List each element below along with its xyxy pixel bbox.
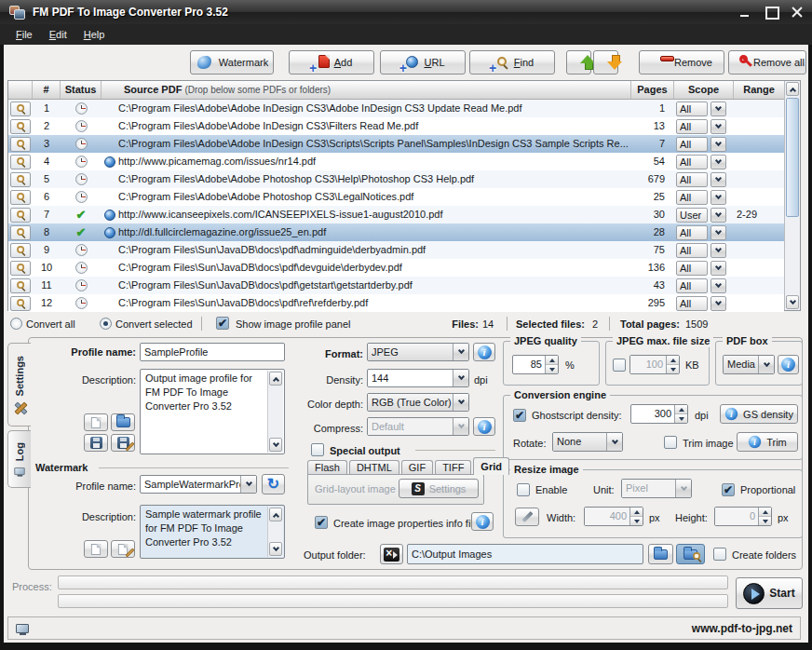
resize-enable-checkbox[interactable] xyxy=(517,483,530,496)
chevron-down-icon[interactable] xyxy=(710,261,726,276)
start-button[interactable]: Start xyxy=(736,577,803,609)
output-folder-explore-button[interactable] xyxy=(380,544,403,564)
row-zoom-button[interactable] xyxy=(10,296,31,311)
menu-help[interactable]: Help xyxy=(75,26,114,43)
tab-tiff[interactable]: TIFF xyxy=(435,460,471,475)
open-output-folder-button[interactable] xyxy=(676,544,705,564)
jpeg-quality-spinner[interactable]: 85 xyxy=(512,355,559,374)
compress-select[interactable]: Default xyxy=(367,417,469,436)
row-zoom-button[interactable] xyxy=(10,208,31,223)
menu-file[interactable]: File xyxy=(7,26,41,43)
textarea-scrollbar[interactable] xyxy=(267,507,283,557)
table-row[interactable]: 7✔http://www.icanseepixels.com/ICANSEEPI… xyxy=(8,206,784,223)
row-zoom-button[interactable] xyxy=(10,278,31,293)
ghostscript-density-checkbox[interactable] xyxy=(513,409,526,422)
up-button[interactable] xyxy=(566,50,591,74)
proportional-checkbox[interactable] xyxy=(722,483,735,496)
scroll-up-icon[interactable] xyxy=(786,82,799,96)
tab-dhtml[interactable]: DHTML xyxy=(349,460,399,475)
tab-log[interactable]: Log xyxy=(7,430,31,488)
row-zoom-button[interactable] xyxy=(10,102,31,116)
profile-new-button[interactable] xyxy=(84,413,108,431)
row-zoom-button[interactable] xyxy=(10,190,31,205)
scope-select[interactable]: All xyxy=(676,261,726,276)
resize-edit-button[interactable] xyxy=(515,508,539,526)
gs-density-button[interactable]: iGS density xyxy=(720,404,798,424)
watermark-desc-textarea[interactable]: Sample watermark profile for FM PDF To I… xyxy=(140,505,285,559)
scope-select[interactable]: All xyxy=(676,296,726,311)
height-spinner[interactable]: 0 xyxy=(714,507,772,526)
scope-select[interactable]: All xyxy=(676,278,726,293)
trim-button[interactable]: iTrim xyxy=(737,432,798,452)
row-zoom-button[interactable] xyxy=(10,137,31,152)
trim-image-checkbox[interactable] xyxy=(664,436,677,449)
scope-select[interactable]: User xyxy=(676,208,726,223)
table-row[interactable]: 10C:\Program Files\Sun\JavaDB\docs\pdf\d… xyxy=(8,259,784,277)
remove-button[interactable]: Remove xyxy=(639,50,724,74)
format-select[interactable]: JPEG xyxy=(367,343,469,361)
row-zoom-button[interactable] xyxy=(10,172,31,187)
table-row[interactable]: 8✔http://dl.fullcirclemagazine.org/issue… xyxy=(8,223,784,241)
watermark-edit-button[interactable] xyxy=(111,540,135,558)
scope-select[interactable]: All xyxy=(676,243,726,258)
table-row[interactable]: 9C:\Program Files\Sun\JavaDB\docs\pdf\ad… xyxy=(8,241,784,259)
compress-info-button[interactable]: i xyxy=(473,417,495,436)
scrollbar-thumb[interactable] xyxy=(786,98,799,217)
scroll-down-icon[interactable] xyxy=(786,295,799,309)
density-select[interactable]: 144 xyxy=(367,369,469,387)
table-row[interactable]: 1C:\Program Files\Adobe\Adobe InDesign C… xyxy=(8,100,784,117)
down-button[interactable] xyxy=(593,50,618,74)
scope-select[interactable]: All xyxy=(676,190,726,205)
grid-settings-button[interactable]: SSettings xyxy=(399,479,479,498)
watermark-profile-select[interactable]: SampleWatermarkProfile xyxy=(140,475,257,494)
pdf-box-select[interactable]: Media xyxy=(723,355,775,374)
chevron-down-icon[interactable] xyxy=(710,172,726,187)
resize-unit-select[interactable]: Pixel xyxy=(621,479,692,498)
row-zoom-button[interactable] xyxy=(10,225,31,240)
profile-open-button[interactable] xyxy=(111,413,135,431)
watermark-new-button[interactable] xyxy=(84,540,108,558)
row-zoom-button[interactable] xyxy=(10,119,31,134)
jpeg-max-size-spinner[interactable]: 100 xyxy=(629,355,680,374)
scope-select[interactable]: All xyxy=(676,119,726,134)
textarea-scrollbar[interactable] xyxy=(267,371,283,453)
add-button[interactable]: +Add xyxy=(289,50,374,74)
tab-gif[interactable]: GIF xyxy=(401,460,433,475)
find-button[interactable]: +Find xyxy=(469,50,555,74)
ghostscript-density-spinner[interactable]: 300 xyxy=(630,404,688,424)
table-row[interactable]: 3C:\Program Files\Adobe\Adobe InDesign C… xyxy=(8,135,784,153)
scope-select[interactable]: All xyxy=(676,172,726,187)
chevron-down-icon[interactable] xyxy=(710,155,726,169)
convert-all-radio[interactable] xyxy=(10,318,22,330)
table-scrollbar[interactable] xyxy=(784,81,800,310)
create-folders-checkbox[interactable] xyxy=(713,548,726,561)
table-row[interactable]: 4http://www.picamemag.com/issues/nr14.pd… xyxy=(8,153,784,170)
minimize-button[interactable] xyxy=(739,7,751,18)
table-row[interactable]: 11C:\Program Files\Sun\JavaDB\docs\pdf\g… xyxy=(8,277,784,294)
watermark-refresh-button[interactable]: ↻ xyxy=(262,474,285,494)
menu-edit[interactable]: Edit xyxy=(41,26,75,43)
profile-desc-textarea[interactable]: Output image profile for FM PDF To Image… xyxy=(140,369,285,454)
scope-select[interactable]: All xyxy=(676,155,726,169)
row-zoom-button[interactable] xyxy=(10,155,31,169)
scope-select[interactable]: All xyxy=(676,137,726,152)
maximize-button[interactable] xyxy=(765,7,777,18)
profile-name-input[interactable] xyxy=(140,343,285,361)
scope-select[interactable]: All xyxy=(676,102,726,116)
profile-save-button[interactable] xyxy=(84,434,108,452)
special-output-checkbox[interactable] xyxy=(311,443,324,456)
jpeg-max-size-checkbox[interactable] xyxy=(613,359,626,372)
table-row[interactable]: 2C:\Program Files\Adobe\Adobe InDesign C… xyxy=(8,117,784,135)
create-info-file-checkbox[interactable] xyxy=(315,516,328,529)
scope-select[interactable]: All xyxy=(676,225,726,240)
watermark-button[interactable]: Watermark xyxy=(190,50,274,74)
close-button[interactable] xyxy=(792,7,803,18)
chevron-down-icon[interactable] xyxy=(710,278,726,293)
chevron-down-icon[interactable] xyxy=(710,208,726,223)
row-zoom-button[interactable] xyxy=(10,261,31,276)
tab-settings[interactable]: Settings xyxy=(7,343,31,427)
tab-grid[interactable]: Grid xyxy=(473,457,509,475)
table-row[interactable]: 5C:\Program Files\Adobe\Adobe Photoshop … xyxy=(8,170,784,188)
url-button[interactable]: +URL xyxy=(380,50,466,74)
chevron-down-icon[interactable] xyxy=(710,296,726,311)
